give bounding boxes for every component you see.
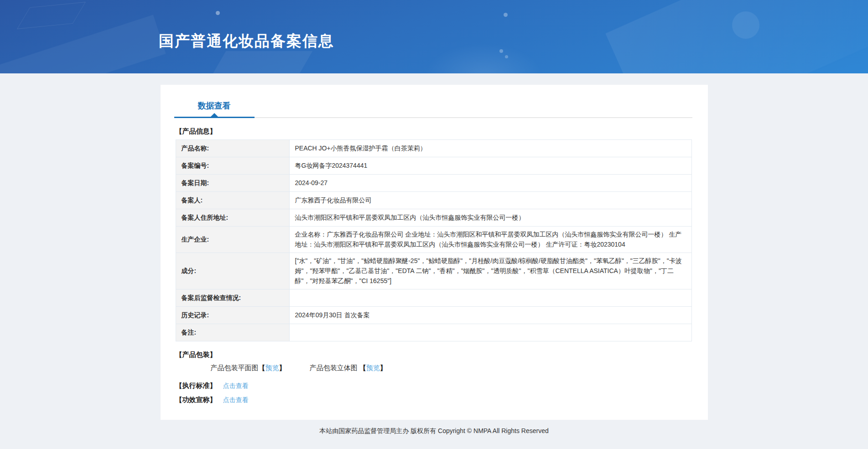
decor-dot: [505, 55, 508, 58]
tabs-divider-line: [255, 117, 692, 118]
decor-soft-blob: [424, 43, 543, 73]
section-title-packaging: 【产品包装】: [176, 351, 708, 359]
table-row: 备案编号: 粤G妆网备字2024374441: [176, 157, 691, 175]
field-value: 2024-09-27: [289, 175, 691, 192]
page-title: 国产普通化妆品备案信息: [159, 31, 334, 52]
decor-soft-circle: [732, 11, 759, 39]
bracket-close: 】: [279, 364, 286, 372]
standards-view-link[interactable]: 点击查看: [223, 382, 249, 389]
table-row: 备案人: 广东雅西子化妆品有限公司: [176, 192, 691, 209]
efficacy-view-link[interactable]: 点击查看: [223, 396, 249, 403]
table-row: 历史记录: 2024年09月30日 首次备案: [176, 307, 691, 324]
decor-dot: [499, 49, 503, 53]
decor-dot: [504, 13, 508, 17]
field-label: 备案人:: [176, 192, 289, 209]
bracket-close: 】: [380, 364, 387, 372]
field-label: 备案后监督检查情况:: [176, 289, 289, 307]
tab-data-view[interactable]: 数据查看: [174, 94, 255, 118]
field-value: [289, 289, 691, 307]
table-row: 产品名称: PEACH JO+小熊香氛保湿护手霜（白茶茉莉）: [176, 140, 691, 157]
efficacy-label: 【功效宣称】: [176, 396, 217, 403]
section-title-product-info: 【产品信息】: [176, 127, 708, 136]
packaging-flat-group: 产品包装平面图【预览】: [211, 364, 286, 372]
field-label: 生产企业:: [176, 227, 289, 253]
field-value: ["水"，"矿油"，"甘油"，"鲸蜡硬脂醇聚醚-25"，"鲸蜡硬脂醇"，"月桂酸…: [289, 253, 691, 289]
table-row: 备注:: [176, 324, 691, 341]
field-value: 2024年09月30日 首次备案: [289, 307, 691, 324]
decor-dot: [216, 11, 220, 15]
packaging-flat-label: 产品包装平面图: [211, 364, 259, 372]
table-row: 备案日期: 2024-09-27: [176, 175, 691, 192]
field-label: 产品名称:: [176, 140, 289, 157]
table-row: 备案人住所地址: 汕头市潮阳区和平镇和平居委双凤加工区内（汕头市恒鑫服饰实业有限…: [176, 209, 691, 227]
field-label: 成分:: [176, 253, 289, 289]
table-row: 备案后监督检查情况:: [176, 289, 691, 307]
table-row: 生产企业: 企业名称：广东雅西子化妆品有限公司 企业地址：汕头市潮阳区和平镇和平…: [176, 227, 691, 253]
packaging-preview-line: 产品包装平面图【预览】 产品包装立体图 【预览】: [211, 364, 708, 372]
field-value: 汕头市潮阳区和平镇和平居委双凤加工区内（汕头市恒鑫服饰实业有限公司一楼）: [289, 209, 691, 227]
field-value: 广东雅西子化妆品有限公司: [289, 192, 691, 209]
product-info-table: 产品名称: PEACH JO+小熊香氛保湿护手霜（白茶茉莉） 备案编号: 粤G妆…: [176, 139, 692, 341]
field-value: 粤G妆网备字2024374441: [289, 157, 691, 175]
standards-label: 【执行标准】: [176, 382, 217, 389]
efficacy-line: 【功效宣称】 点击查看: [176, 396, 708, 404]
field-value: PEACH JO+小熊香氛保湿护手霜（白茶茉莉）: [289, 140, 691, 157]
decor-trapezoid: [210, 51, 313, 73]
field-label: 历史记录:: [176, 307, 289, 324]
field-label: 备案人住所地址:: [176, 209, 289, 227]
decor-diagonal-band-right: [605, 0, 868, 73]
packaging-flat-preview-link[interactable]: 预览: [265, 364, 279, 372]
decor-diagonal-band-left: [0, 15, 166, 73]
bracket-open: 【: [359, 364, 366, 372]
standards-line: 【执行标准】 点击查看: [176, 382, 708, 390]
field-label: 备注:: [176, 324, 289, 341]
tabs-row: 数据查看: [174, 85, 692, 118]
field-label: 备案编号:: [176, 157, 289, 175]
page-header-banner: 国产普通化妆品备案信息: [0, 0, 868, 73]
decor-cube-outline: [17, 2, 86, 29]
table-row: 成分: ["水"，"矿油"，"甘油"，"鲸蜡硬脂醇聚醚-25"，"鲸蜡硬脂醇"，…: [176, 253, 691, 289]
bracket-open: 【: [259, 364, 265, 372]
packaging-stereo-label: 产品包装立体图: [310, 364, 359, 372]
packaging-stereo-preview-link[interactable]: 预览: [366, 364, 380, 372]
content-card: 数据查看 【产品信息】 产品名称: PEACH JO+小熊香氛保湿护手霜（白茶茉…: [161, 85, 708, 420]
field-label: 备案日期:: [176, 175, 289, 192]
field-value: 企业名称：广东雅西子化妆品有限公司 企业地址：汕头市潮阳区和平镇和平居委双凤加工…: [289, 227, 691, 253]
footer-copyright: 本站由国家药品监督管理局主办 版权所有 Copyright © NMPA All…: [0, 427, 868, 435]
field-value: [289, 324, 691, 341]
packaging-stereo-group: 产品包装立体图 【预览】: [310, 364, 387, 372]
